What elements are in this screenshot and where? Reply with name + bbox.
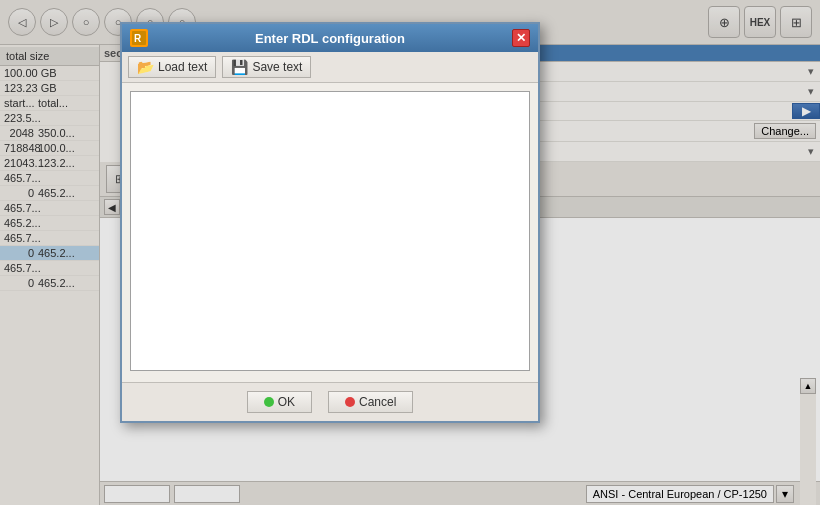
load-text-label: Load text xyxy=(158,60,207,74)
main-window: ◁ ▷ ○ ○ ○ ○ ⊕ HEX ⊞ total size 100.00 GB… xyxy=(0,0,820,505)
save-icon: 💾 xyxy=(231,59,248,75)
dialog-title: Enter RDL configuration xyxy=(148,31,512,46)
dialog-close-btn[interactable]: ✕ xyxy=(512,29,530,47)
ok-indicator xyxy=(264,397,274,407)
save-text-label: Save text xyxy=(252,60,302,74)
dialog-content xyxy=(122,83,538,382)
save-text-button[interactable]: 💾 Save text xyxy=(222,56,311,78)
ok-button[interactable]: OK xyxy=(247,391,312,413)
cancel-indicator xyxy=(345,397,355,407)
ok-label: OK xyxy=(278,395,295,409)
load-icon: 📂 xyxy=(137,59,154,75)
svg-text:R: R xyxy=(134,33,142,44)
dialog-footer: OK Cancel xyxy=(122,382,538,421)
dialog-titlebar: R Enter RDL configuration ✕ xyxy=(122,24,538,52)
app-icon-svg: R xyxy=(132,31,146,45)
load-text-button[interactable]: 📂 Load text xyxy=(128,56,216,78)
cancel-label: Cancel xyxy=(359,395,396,409)
rdl-config-dialog: R Enter RDL configuration ✕ 📂 Load text … xyxy=(120,22,540,423)
modal-overlay: R Enter RDL configuration ✕ 📂 Load text … xyxy=(0,0,820,505)
dialog-icon: R xyxy=(130,29,148,47)
rdl-config-textarea[interactable] xyxy=(130,91,530,371)
cancel-button[interactable]: Cancel xyxy=(328,391,413,413)
dialog-toolbar: 📂 Load text 💾 Save text xyxy=(122,52,538,83)
